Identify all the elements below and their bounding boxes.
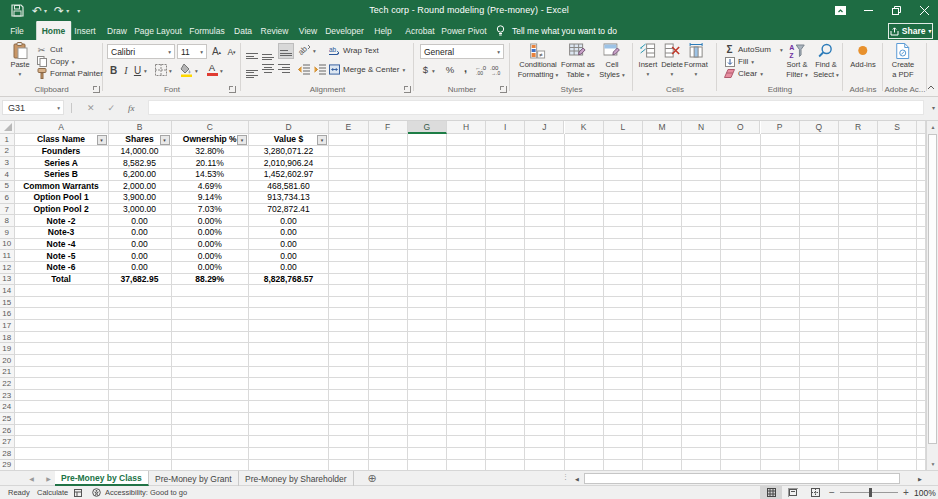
table-cell[interactable]: Series A bbox=[15, 157, 108, 168]
table-cell[interactable]: 0.00% bbox=[172, 250, 249, 261]
column-header-F[interactable]: F bbox=[369, 121, 408, 134]
insert-cells-button[interactable]: Insert ▾ bbox=[639, 42, 658, 79]
fill-color-dropdown-icon[interactable]: ▾ bbox=[195, 68, 198, 74]
font-color-dropdown-icon[interactable]: ▾ bbox=[220, 68, 223, 74]
insert-function-icon[interactable]: fx bbox=[128, 103, 135, 113]
zoom-out-button[interactable]: − bbox=[828, 487, 836, 498]
scroll-down-icon[interactable]: ▼ bbox=[927, 458, 938, 470]
row-header-1[interactable]: 1 bbox=[0, 134, 15, 146]
vertical-scrollbar[interactable]: ▲ ▼ bbox=[926, 121, 938, 470]
minimize-icon[interactable] bbox=[854, 0, 882, 21]
sheet-tab-pre-money-by-grant[interactable]: Pre-Money by Grant bbox=[149, 471, 239, 486]
row-header-13[interactable]: 13 bbox=[0, 274, 15, 286]
column-header-C[interactable]: C bbox=[172, 121, 250, 134]
row-header-8[interactable]: 8 bbox=[0, 215, 15, 227]
ribbon-tab-review[interactable]: Review bbox=[255, 21, 295, 40]
table-cell[interactable]: Note -6 bbox=[15, 262, 108, 273]
underline-button[interactable]: U bbox=[132, 63, 143, 77]
row-header-17[interactable]: 17 bbox=[0, 320, 15, 332]
bottom-align-button[interactable] bbox=[278, 43, 294, 59]
column-header-J[interactable]: J bbox=[525, 121, 564, 134]
collapse-ribbon-icon[interactable] bbox=[926, 83, 935, 92]
row-header-14[interactable]: 14 bbox=[0, 285, 15, 297]
borders-button[interactable] bbox=[155, 64, 167, 76]
underline-dropdown-icon[interactable]: ▾ bbox=[144, 68, 147, 74]
column-header-E[interactable]: E bbox=[329, 121, 369, 134]
table-cell[interactable]: 0.00 bbox=[109, 239, 171, 250]
table-cell[interactable]: 0.00% bbox=[172, 227, 249, 238]
copy-button[interactable]: Copy ▾ bbox=[36, 56, 74, 67]
row-header-23[interactable]: 23 bbox=[0, 390, 15, 402]
enter-icon[interactable]: ✓ bbox=[108, 103, 116, 113]
column-header-A[interactable]: A bbox=[15, 121, 109, 134]
column-header-H[interactable]: H bbox=[447, 121, 486, 134]
normal-view-button[interactable] bbox=[760, 486, 782, 499]
table-cell[interactable]: 1,452,602.97 bbox=[249, 169, 328, 180]
top-align-button[interactable] bbox=[246, 45, 258, 63]
wrap-text-button[interactable]: ab Wrap Text bbox=[329, 45, 379, 56]
increase-indent-button[interactable] bbox=[313, 64, 326, 75]
macro-record-icon[interactable] bbox=[74, 486, 82, 499]
column-header-partial[interactable] bbox=[917, 121, 926, 134]
fill-color-button[interactable] bbox=[180, 63, 193, 77]
table-cell[interactable]: 20.11% bbox=[172, 157, 249, 168]
table-cell[interactable]: Total bbox=[15, 274, 108, 285]
fill-button[interactable]: Fill ▾ bbox=[724, 56, 754, 67]
accounting-dropdown-icon[interactable]: ▾ bbox=[432, 68, 435, 74]
select-all-corner[interactable] bbox=[0, 121, 15, 134]
ribbon-tab-home[interactable]: Home bbox=[36, 21, 72, 40]
status-accessibility[interactable]: Accessibility: Good to go bbox=[92, 486, 187, 499]
table-cell[interactable]: 0.00 bbox=[249, 227, 328, 238]
row-header-9[interactable]: 9 bbox=[0, 227, 15, 239]
column-header-Q[interactable]: Q bbox=[800, 121, 839, 134]
row-header-28[interactable]: 28 bbox=[0, 448, 15, 460]
table-cell[interactable]: 0.00 bbox=[109, 227, 171, 238]
table-cell[interactable]: 0.00% bbox=[172, 215, 249, 226]
filter-dropdown-icon[interactable]: ▾ bbox=[237, 135, 247, 145]
merge-center-button[interactable]: Merge & Center ▾ bbox=[329, 64, 405, 75]
ribbon-tab-help[interactable]: Help bbox=[368, 21, 397, 40]
percent-style-button[interactable]: % bbox=[445, 63, 455, 76]
share-button[interactable]: Share ▾ bbox=[888, 23, 933, 39]
horizontal-scrollbar-thumb[interactable] bbox=[584, 473, 900, 484]
row-header-15[interactable]: 15 bbox=[0, 297, 15, 309]
font-size-select[interactable]: 11▾ bbox=[177, 44, 207, 59]
row-header-16[interactable]: 16 bbox=[0, 308, 15, 320]
decrease-decimal-button[interactable]: .00→.0 bbox=[490, 64, 503, 75]
row-header-25[interactable]: 25 bbox=[0, 413, 15, 425]
row-header-24[interactable]: 24 bbox=[0, 401, 15, 413]
vertical-scrollbar-thumb[interactable] bbox=[928, 134, 937, 444]
ribbon-display-options-icon[interactable] bbox=[826, 0, 854, 21]
table-cell[interactable]: 913,734.13 bbox=[249, 192, 328, 203]
table-cell[interactable]: 2,000.00 bbox=[109, 181, 171, 192]
table-cell[interactable]: 9.14% bbox=[172, 192, 249, 203]
sheet-tab-pre-money-by-class[interactable]: Pre-Money by Class bbox=[55, 471, 149, 486]
ribbon-tab-file[interactable]: File bbox=[4, 21, 30, 40]
previous-sheet-icon[interactable]: ◀ bbox=[23, 471, 40, 486]
table-cell[interactable]: 3,280,071.22 bbox=[249, 146, 328, 157]
zoom-slider[interactable] bbox=[840, 492, 898, 493]
filter-dropdown-icon[interactable]: ▾ bbox=[317, 135, 327, 145]
table-cell[interactable]: 3,900.00 bbox=[109, 192, 171, 203]
column-header-D[interactable]: D bbox=[249, 121, 329, 134]
increase-decimal-button[interactable]: ←.0.00 bbox=[475, 64, 488, 75]
table-cell[interactable]: 4.69% bbox=[172, 181, 249, 192]
row-header-7[interactable]: 7 bbox=[0, 204, 15, 216]
table-cell[interactable]: 8,582.95 bbox=[109, 157, 171, 168]
merge-center-dropdown-icon[interactable]: ▾ bbox=[402, 67, 405, 73]
comma-style-button[interactable]: , bbox=[462, 61, 469, 74]
table-cell[interactable]: 0.00% bbox=[172, 262, 249, 273]
number-format-select[interactable]: General▾ bbox=[420, 44, 504, 59]
table-cell[interactable]: Option Pool 1 bbox=[15, 192, 108, 203]
row-header-21[interactable]: 21 bbox=[0, 367, 15, 379]
spreadsheet-grid[interactable]: ABCDEFGHIJKLMNOPQRS123456789101112131415… bbox=[0, 121, 926, 470]
scroll-left-icon[interactable]: ◀ bbox=[572, 473, 582, 484]
paste-button[interactable]: Paste ▾ bbox=[6, 42, 34, 79]
font-dialog-launcher[interactable] bbox=[229, 86, 236, 93]
align-center-button[interactable] bbox=[262, 64, 274, 73]
column-header-K[interactable]: K bbox=[565, 121, 604, 134]
row-header-29[interactable]: 29 bbox=[0, 460, 15, 470]
align-right-button[interactable] bbox=[278, 64, 290, 73]
row-header-11[interactable]: 11 bbox=[0, 250, 15, 262]
column-header-R[interactable]: R bbox=[839, 121, 878, 134]
